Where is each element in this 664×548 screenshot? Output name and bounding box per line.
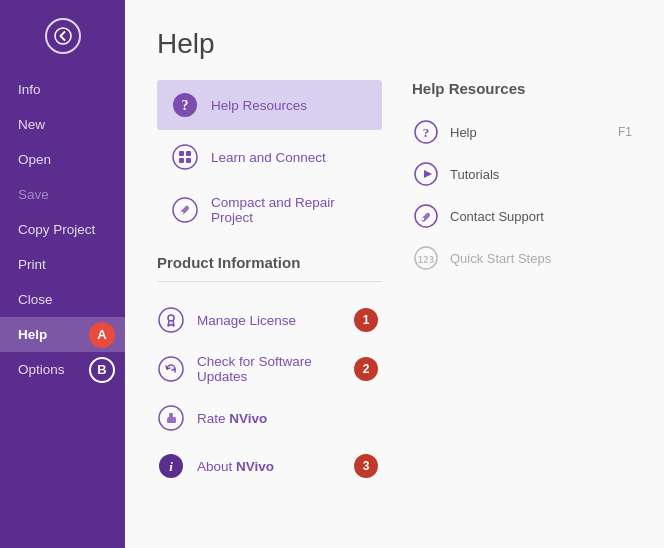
right-tutorials-icon bbox=[412, 160, 440, 188]
rate-nvivo-icon bbox=[157, 404, 185, 432]
main-content: Help ? Help Resources bbox=[125, 0, 664, 548]
svg-point-21 bbox=[422, 218, 424, 220]
svg-rect-5 bbox=[186, 151, 191, 156]
badge-3: 3 bbox=[354, 454, 378, 478]
right-contact-support-label: Contact Support bbox=[450, 209, 632, 224]
svg-rect-4 bbox=[179, 151, 184, 156]
right-quick-start-label: Quick Start Steps bbox=[450, 251, 632, 266]
check-updates-label: Check for Software Updates bbox=[197, 354, 342, 384]
svg-point-10 bbox=[159, 308, 183, 332]
svg-rect-7 bbox=[186, 158, 191, 163]
right-help-key: F1 bbox=[618, 125, 632, 139]
right-item-quick-start: 123 Quick Start Steps bbox=[412, 237, 632, 279]
badge-2: 2 bbox=[354, 357, 378, 381]
sidebar-item-options[interactable]: Options B bbox=[0, 352, 125, 387]
menu-item-help-resources[interactable]: ? Help Resources bbox=[157, 80, 382, 130]
svg-point-0 bbox=[55, 28, 71, 44]
right-column: Help Resources ? Help F1 bbox=[412, 80, 632, 520]
sidebar-item-save: Save bbox=[0, 177, 125, 212]
about-nvivo-label: About NVivo bbox=[197, 459, 342, 474]
product-info-header: Product Information bbox=[157, 254, 382, 271]
right-item-contact-support[interactable]: Contact Support bbox=[412, 195, 632, 237]
sidebar-item-new[interactable]: New bbox=[0, 107, 125, 142]
svg-point-12 bbox=[159, 357, 183, 381]
right-help-icon: ? bbox=[412, 118, 440, 146]
menu-item-learn-connect[interactable]: Learn and Connect bbox=[157, 132, 382, 182]
learn-connect-icon bbox=[171, 143, 199, 171]
divider bbox=[157, 281, 382, 282]
rate-nvivo-label: Rate NVivo bbox=[197, 411, 382, 426]
sidebar-item-open[interactable]: Open bbox=[0, 142, 125, 177]
menu-item-compact-repair-label: Compact and Repair Project bbox=[211, 195, 368, 225]
badge-b: B bbox=[89, 357, 115, 383]
badge-1: 1 bbox=[354, 308, 378, 332]
left-column: ? Help Resources Learn and Connect bbox=[157, 80, 382, 520]
sidebar: Info New Open Save Copy Project Print Cl… bbox=[0, 0, 125, 548]
svg-point-9 bbox=[181, 212, 184, 215]
help-resources-icon: ? bbox=[171, 91, 199, 119]
sidebar-item-copy-project[interactable]: Copy Project bbox=[0, 212, 125, 247]
right-panel-title: Help Resources bbox=[412, 80, 632, 97]
product-item-check-updates[interactable]: Check for Software Updates 2 bbox=[157, 344, 382, 394]
right-tutorials-label: Tutorials bbox=[450, 167, 632, 182]
back-button[interactable] bbox=[0, 0, 125, 72]
svg-text:i: i bbox=[169, 459, 173, 474]
sidebar-item-close[interactable]: Close bbox=[0, 282, 125, 317]
manage-license-icon bbox=[157, 306, 185, 334]
sidebar-item-help[interactable]: Help A bbox=[0, 317, 125, 352]
check-updates-icon bbox=[157, 355, 185, 383]
svg-point-3 bbox=[173, 145, 197, 169]
svg-text:?: ? bbox=[423, 125, 430, 140]
right-item-tutorials[interactable]: Tutorials bbox=[412, 153, 632, 195]
product-item-manage-license[interactable]: Manage License 1 bbox=[157, 296, 382, 344]
svg-text:123: 123 bbox=[418, 255, 434, 265]
about-nvivo-icon: i bbox=[157, 452, 185, 480]
right-contact-support-icon bbox=[412, 202, 440, 230]
right-help-label: Help bbox=[450, 125, 608, 140]
sidebar-item-print[interactable]: Print bbox=[0, 247, 125, 282]
badge-a: A bbox=[89, 322, 115, 348]
product-item-rate-nvivo[interactable]: Rate NVivo bbox=[157, 394, 382, 442]
menu-item-help-resources-label: Help Resources bbox=[211, 98, 307, 113]
svg-marker-19 bbox=[424, 170, 432, 178]
svg-text:?: ? bbox=[182, 98, 189, 113]
right-item-help[interactable]: ? Help F1 bbox=[412, 111, 632, 153]
menu-item-compact-repair[interactable]: Compact and Repair Project bbox=[157, 184, 382, 236]
svg-point-11 bbox=[168, 315, 174, 321]
product-item-about-nvivo[interactable]: i About NVivo 3 bbox=[157, 442, 382, 490]
manage-license-label: Manage License bbox=[197, 313, 342, 328]
back-circle-icon bbox=[45, 18, 81, 54]
page-title: Help bbox=[157, 28, 632, 60]
menu-item-learn-connect-label: Learn and Connect bbox=[211, 150, 326, 165]
compact-repair-icon bbox=[171, 196, 199, 224]
right-quick-start-icon: 123 bbox=[412, 244, 440, 272]
svg-rect-6 bbox=[179, 158, 184, 163]
sidebar-item-info[interactable]: Info bbox=[0, 72, 125, 107]
content-layout: ? Help Resources Learn and Connect bbox=[157, 80, 632, 520]
